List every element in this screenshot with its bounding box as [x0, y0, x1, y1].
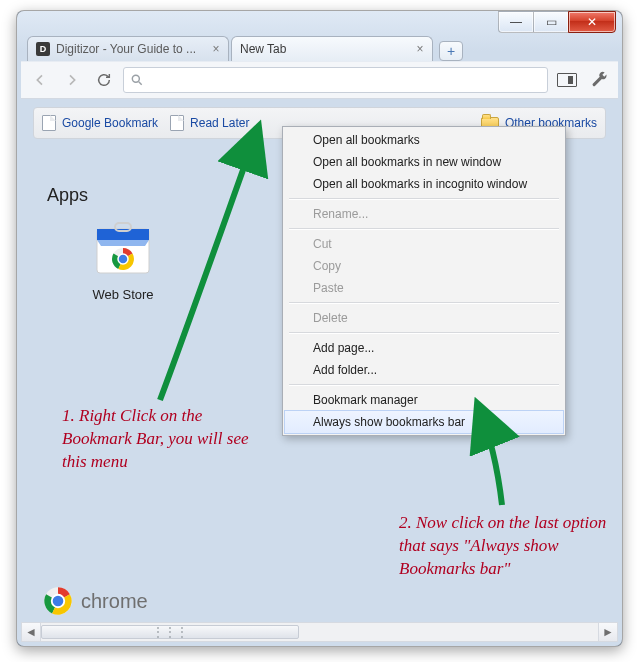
menu-always-show-bookmarks-bar[interactable]: Always show bookmarks bar [285, 411, 563, 433]
scroll-left-button[interactable]: ◄ [22, 623, 41, 641]
search-icon [130, 73, 144, 87]
tab-label: New Tab [240, 42, 286, 56]
bookmark-read-later[interactable]: Read Later [170, 115, 249, 131]
horizontal-scrollbar[interactable]: ◄ ⋮⋮⋮ ► [21, 622, 618, 642]
window-controls: — ▭ ✕ [499, 11, 616, 33]
menu-separator [289, 332, 559, 334]
close-window-button[interactable]: ✕ [568, 11, 616, 33]
tab-close-button[interactable]: × [414, 43, 426, 55]
bookmark-label: Read Later [190, 116, 249, 130]
menu-separator [289, 198, 559, 200]
back-icon [32, 72, 48, 88]
menu-delete[interactable]: Delete [285, 307, 563, 329]
annotation-step-1: 1. Right Click on the Bookmark Bar, you … [62, 405, 272, 474]
scrollbar-track[interactable]: ⋮⋮⋮ [41, 623, 598, 641]
menu-open-all-incognito[interactable]: Open all bookmarks in incognito window [285, 173, 563, 195]
menu-paste[interactable]: Paste [285, 277, 563, 299]
forward-icon [64, 72, 80, 88]
menu-bookmark-manager[interactable]: Bookmark manager [285, 389, 563, 411]
scroll-right-button[interactable]: ► [598, 623, 617, 641]
menu-separator [289, 228, 559, 230]
menu-cut[interactable]: Cut [285, 233, 563, 255]
new-tab-button[interactable]: + [439, 41, 463, 61]
annotation-step-2: 2. Now click on the last option that say… [399, 512, 614, 581]
plus-icon: + [447, 43, 455, 59]
page-icon [42, 115, 56, 131]
minimize-icon: — [510, 15, 522, 29]
apps-heading: Apps [47, 185, 88, 206]
bookmark-label: Google Bookmark [62, 116, 158, 130]
close-icon: ✕ [587, 15, 597, 29]
panels-icon [557, 73, 577, 87]
tab-new-tab[interactable]: New Tab × [231, 36, 433, 61]
maximize-icon: ▭ [546, 15, 557, 29]
app-web-store[interactable]: Web Store [73, 221, 173, 302]
minimize-button[interactable]: — [498, 11, 534, 33]
forward-button[interactable] [59, 67, 85, 93]
omnibox[interactable] [123, 67, 548, 93]
tab-digitizor[interactable]: D Digitizor - Your Guide to ... × [27, 36, 229, 61]
panels-toggle-button[interactable] [554, 67, 580, 93]
grip-icon: ⋮⋮⋮ [152, 625, 188, 639]
toolbar [21, 61, 618, 99]
settings-button[interactable] [586, 67, 612, 93]
tab-close-button[interactable]: × [210, 43, 222, 55]
scrollbar-thumb[interactable]: ⋮⋮⋮ [41, 625, 299, 639]
maximize-button[interactable]: ▭ [533, 11, 569, 33]
svg-point-0 [132, 75, 139, 82]
chrome-logo-icon [43, 586, 73, 616]
wrench-icon [590, 71, 608, 89]
bookmark-google-bookmark[interactable]: Google Bookmark [42, 115, 158, 131]
bookmarks-context-menu: Open all bookmarks Open all bookmarks in… [282, 126, 566, 436]
favicon-digitizor-icon: D [36, 42, 50, 56]
menu-separator [289, 384, 559, 386]
menu-copy[interactable]: Copy [285, 255, 563, 277]
reload-icon [96, 72, 112, 88]
tab-strip: D Digitizor - Your Guide to ... × New Ta… [27, 35, 612, 61]
reload-button[interactable] [91, 67, 117, 93]
branding-label: chrome [81, 590, 148, 613]
page-icon [170, 115, 184, 131]
chrome-branding: chrome [43, 586, 148, 616]
menu-add-page[interactable]: Add page... [285, 337, 563, 359]
address-input[interactable] [150, 72, 541, 88]
menu-separator [289, 302, 559, 304]
web-store-icon [91, 221, 155, 277]
menu-open-all[interactable]: Open all bookmarks [285, 129, 563, 151]
app-label: Web Store [73, 287, 173, 302]
tab-label: Digitizor - Your Guide to ... [56, 42, 196, 56]
back-button[interactable] [27, 67, 53, 93]
menu-add-folder[interactable]: Add folder... [285, 359, 563, 381]
menu-rename[interactable]: Rename... [285, 203, 563, 225]
menu-open-all-new-window[interactable]: Open all bookmarks in new window [285, 151, 563, 173]
